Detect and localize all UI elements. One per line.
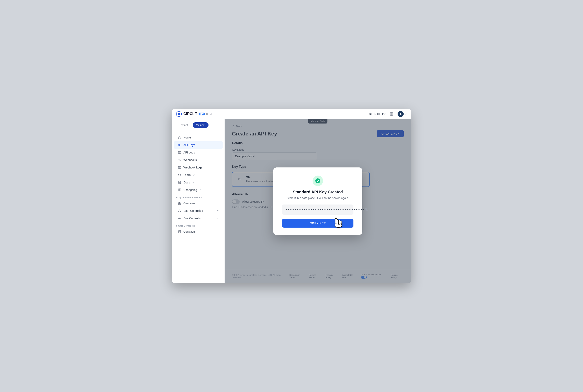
svg-rect-9	[178, 152, 181, 154]
svg-rect-26	[180, 202, 181, 203]
docs-external-icon: ↗	[192, 182, 194, 184]
svg-point-29	[179, 210, 180, 211]
document-icon[interactable]	[389, 111, 394, 117]
docs-icon	[178, 180, 181, 184]
sidebar-api-logs-label: API Logs	[183, 151, 195, 154]
sidebar-item-api-logs[interactable]: API Logs	[174, 149, 223, 156]
need-help-link[interactable]: NEED HELP?	[369, 112, 385, 116]
mainnet-button[interactable]: Mainnet	[193, 122, 208, 128]
svg-rect-28	[180, 204, 181, 205]
svg-point-1	[178, 113, 180, 115]
checkmark-icon	[315, 178, 320, 184]
key-display: ••••••••••••••••••••••••••••••••••••••••…	[282, 204, 353, 215]
sidebar-webhook-logs-label: Webhook Logs	[183, 166, 202, 169]
section-programmable-wallets: Programmable Wallets	[172, 194, 224, 200]
api-key-created-modal: Standard API Key Created Store it in a s…	[273, 168, 362, 235]
logs-icon	[178, 151, 181, 154]
webhook-icon	[178, 158, 181, 162]
modal-icon-wrap	[282, 176, 353, 186]
main-layout: Testnet Mainnet Home	[172, 119, 411, 283]
sidebar-item-dev-controlled[interactable]: Dev Controlled ∨	[174, 215, 223, 222]
avatar: IL	[398, 111, 404, 117]
svg-rect-14	[178, 166, 181, 168]
copy-btn-wrapper: COPY KEY	[282, 219, 353, 228]
sidebar-item-user-controlled[interactable]: User Controlled ∨	[174, 207, 223, 214]
dev-controlled-icon	[178, 216, 181, 220]
sidebar-api-keys-label: API Keys	[183, 143, 195, 146]
sidebar-item-api-keys[interactable]: API Keys	[174, 141, 223, 148]
top-bar-right: NEED HELP? IL	[369, 111, 407, 117]
svg-rect-27	[178, 204, 180, 205]
success-icon	[313, 176, 323, 186]
sidebar-docs-label: Docs	[183, 181, 190, 184]
chevron-down-icon	[405, 113, 407, 115]
sidebar-item-contracts[interactable]: Contracts	[174, 228, 223, 235]
beta-badge: BETA	[206, 113, 212, 115]
learn-icon	[178, 173, 181, 177]
sidebar-item-changelog[interactable]: Changelog ↗	[174, 186, 223, 194]
key-value: ••••••••••••••••••••••••••••••••••••••••…	[286, 208, 364, 211]
sidebar-item-webhook-logs[interactable]: Webhook Logs	[174, 164, 223, 171]
dev-badge: DEV	[199, 112, 205, 116]
user-avatar-dropdown[interactable]: IL	[398, 111, 407, 117]
home-icon	[178, 136, 181, 139]
svg-rect-25	[178, 202, 180, 203]
learn-external-icon: ↗	[193, 174, 195, 176]
sidebar-item-webhooks[interactable]: Webhooks	[174, 156, 223, 164]
sidebar-item-overview[interactable]: Overview	[174, 200, 223, 207]
app-title: CIRCLE	[183, 112, 197, 116]
key-icon	[178, 143, 181, 147]
sidebar-contracts-label: Contracts	[183, 230, 196, 233]
sidebar-webhooks-label: Webhooks	[183, 158, 197, 162]
sidebar-dev-controlled-label: Dev Controlled	[183, 217, 202, 220]
logo: CIRCLE DEV BETA	[176, 111, 212, 117]
modal-overlay: Standard API Key Created Store it in a s…	[225, 119, 411, 283]
hide-key-icon[interactable]	[364, 207, 369, 212]
user-controlled-arrow: ∨	[217, 209, 219, 212]
testnet-button[interactable]: Testnet	[176, 122, 191, 128]
dev-controlled-arrow: ∨	[217, 217, 219, 220]
webhook-logs-icon	[178, 166, 181, 169]
user-controlled-icon	[178, 209, 181, 212]
svg-line-30	[179, 218, 180, 219]
overview-icon	[178, 202, 181, 205]
changelog-icon	[178, 188, 181, 192]
sidebar-nav: Home API Keys	[172, 131, 224, 283]
modal-subtitle: Store it in a safe place. It will not be…	[282, 196, 353, 200]
network-switcher: Testnet Mainnet	[172, 119, 224, 131]
sidebar-overview-label: Overview	[183, 202, 195, 205]
main-content: Mainnet Data Back Create an API Key CREA…	[225, 119, 411, 283]
contracts-icon	[178, 230, 181, 234]
sidebar-changelog-label: Changelog	[183, 188, 197, 192]
svg-point-6	[178, 144, 180, 146]
sidebar-item-learn[interactable]: Learn ↗	[174, 171, 223, 178]
sidebar-home-label: Home	[183, 136, 191, 139]
modal-title: Standard API Key Created	[282, 190, 353, 194]
circle-logo-icon	[176, 111, 182, 117]
sidebar-item-home[interactable]: Home	[174, 134, 223, 141]
top-bar: CIRCLE DEV BETA NEED HELP? IL	[172, 109, 411, 119]
sidebar-item-docs[interactable]: Docs ↗	[174, 179, 223, 186]
sidebar: Testnet Mainnet Home	[172, 119, 225, 283]
sidebar-learn-label: Learn	[183, 173, 191, 176]
sidebar-user-controlled-label: User Controlled	[183, 209, 203, 212]
changelog-external-icon: ↗	[200, 189, 201, 191]
copy-key-button[interactable]: COPY KEY	[282, 219, 353, 228]
section-smart-contracts: Smart Contracts	[172, 222, 224, 228]
